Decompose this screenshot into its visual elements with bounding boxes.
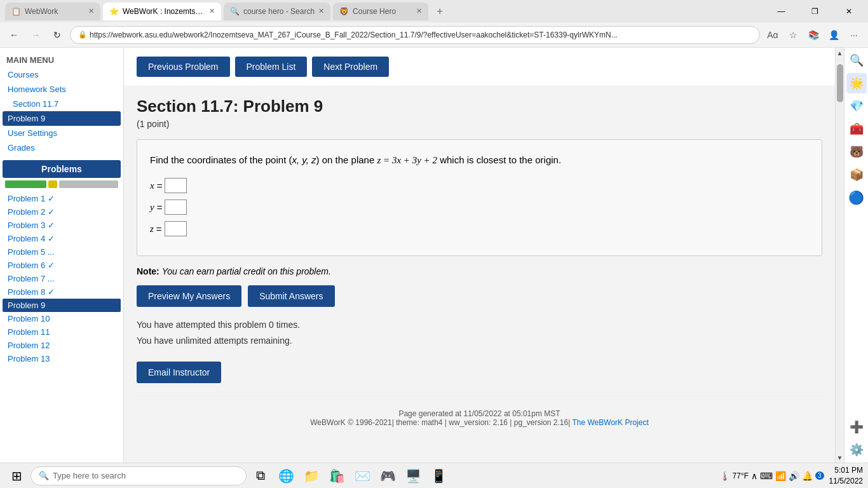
close-tab-webwork2[interactable]: ✕	[209, 7, 215, 15]
sidebar-user-settings[interactable]: User Settings	[0, 126, 123, 140]
scroll-down[interactable]: ▼	[836, 452, 844, 463]
app-icon[interactable]: 📱	[427, 464, 450, 487]
profile-icon[interactable]: 👤	[825, 26, 843, 44]
next-problem-button[interactable]: Next Problem	[312, 57, 389, 77]
sidebar-problem-8[interactable]: Problem 8 ✓	[0, 285, 123, 299]
sidebar-grades[interactable]: Grades	[0, 140, 123, 155]
extra-icon[interactable]: 🖥️	[402, 464, 424, 487]
progress-yellow	[48, 180, 57, 188]
refresh-button[interactable]: ↻	[48, 26, 66, 44]
forward-button[interactable]: →	[27, 26, 44, 44]
back-button[interactable]: ←	[5, 26, 23, 44]
attempt-info: You have attempted this problem 0 times.…	[137, 317, 822, 349]
footer-link[interactable]: The WeBWorK Project	[572, 418, 648, 427]
temperature-icon: 🌡️	[719, 471, 730, 481]
tab-webwork2[interactable]: ⭐ WeBWorK : Inozemtseva_MAT_2... ✕	[103, 3, 221, 20]
previous-problem-button[interactable]: Previous Problem	[137, 57, 230, 77]
volume-icon[interactable]: 🔊	[789, 471, 799, 481]
problem-links: Problem 1 ✓Problem 2 ✓Problem 3 ✓Problem…	[0, 192, 123, 365]
preview-answers-button[interactable]: Preview My Answers	[137, 285, 241, 307]
taskbar-search[interactable]: 🔍 Type here to search	[31, 466, 247, 485]
game-icon[interactable]: 🎮	[376, 464, 399, 487]
scroll-thumb[interactable]	[837, 64, 843, 102]
tab-coursehero2[interactable]: 🦁 Course Hero ✕	[333, 3, 428, 20]
problem-area: Section 11.7: Problem 9 (1 point) Find t…	[124, 86, 835, 450]
sidebar-courses[interactable]: Courses	[0, 67, 123, 82]
sidebar-problem-1[interactable]: Problem 1 ✓	[0, 192, 123, 205]
sidebar-problem-11[interactable]: Problem 11	[0, 325, 123, 339]
scroll-track[interactable]	[836, 58, 844, 452]
keyboard-icon[interactable]: ⌨	[760, 471, 773, 481]
minimize-button[interactable]: —	[767, 0, 796, 22]
problems-box: Problems	[3, 160, 121, 178]
more-icon[interactable]: ···	[845, 26, 863, 44]
edge-favorites-icon[interactable]: 🌟	[846, 73, 867, 93]
var-x-label: x	[150, 180, 154, 191]
edge-search-icon[interactable]: 🔍	[846, 50, 867, 71]
edge-settings-icon[interactable]: ⚙️	[846, 440, 867, 460]
close-tab-coursehero2[interactable]: ✕	[416, 7, 422, 15]
store-icon[interactable]: 🛍️	[325, 464, 348, 487]
clock[interactable]: 5:01 PM 11/5/2022	[829, 465, 863, 487]
maximize-button[interactable]: ❐	[801, 0, 829, 22]
close-button[interactable]: ✕	[834, 0, 863, 22]
close-tab-coursehero[interactable]: ✕	[318, 7, 324, 15]
problem-title: Section 11.7: Problem 9	[137, 97, 822, 116]
search-placeholder: Type here to search	[53, 471, 126, 480]
notification-count: 3	[815, 471, 824, 480]
sidebar-section-11-7[interactable]: Section 11.7	[0, 97, 123, 111]
scroll-up[interactable]: ▲	[836, 48, 844, 58]
url-text: https://webwork.asu.edu/webwork2/Inozemt…	[90, 30, 618, 39]
sidebar-problem-9-active[interactable]: Problem 9	[3, 111, 121, 126]
close-tab-webwork[interactable]: ✕	[88, 7, 94, 15]
chevron-up-icon[interactable]: ∧	[751, 471, 757, 481]
sidebar-problem-3[interactable]: Problem 3 ✓	[0, 219, 123, 232]
input-x[interactable]	[165, 178, 187, 193]
sidebar-problem-13[interactable]: Problem 13	[0, 352, 123, 365]
sidebar-homework-sets[interactable]: Homework Sets	[0, 82, 123, 97]
read-aloud-icon[interactable]: Aα	[764, 26, 782, 44]
task-view-button[interactable]: ⧉	[249, 464, 272, 487]
problem-var-xyz: x, y, z	[292, 154, 316, 165]
new-tab-button[interactable]: +	[431, 3, 449, 20]
tab-coursehero[interactable]: 🔍 course hero - Search ✕	[224, 3, 330, 20]
network-icon[interactable]: 📶	[775, 471, 786, 481]
edge-tools-icon[interactable]: 🧰	[846, 119, 867, 139]
input-z[interactable]	[165, 221, 187, 236]
edge-add-icon[interactable]: ➕	[846, 417, 867, 437]
sidebar-problem-10[interactable]: Problem 10	[0, 312, 123, 325]
temperature-text: 77°F	[733, 471, 749, 480]
scrollbar[interactable]: ▲ ▼	[835, 48, 844, 463]
edge-collections-icon[interactable]: 💎	[846, 96, 867, 116]
edge-edge-icon[interactable]: 🔵	[846, 187, 867, 208]
start-button[interactable]: ⊞	[5, 464, 28, 487]
sidebar-problem-12[interactable]: Problem 12	[0, 339, 123, 352]
sidebar-problem-4[interactable]: Problem 4 ✓	[0, 232, 123, 245]
email-instructor-button[interactable]: Email Instructor	[137, 362, 221, 383]
problem-list-button[interactable]: Problem List	[235, 57, 308, 77]
problem-description: Find the coordinates of the point (x, y,…	[150, 152, 809, 168]
notification-icon[interactable]: 🔔	[802, 471, 813, 481]
favorites-icon[interactable]: ☆	[784, 26, 802, 44]
attempt-count-text: You have attempted this problem 0 times.	[137, 317, 822, 333]
search-icon: 🔍	[39, 471, 49, 480]
collections-icon[interactable]: 📚	[804, 26, 822, 44]
tab-coursehero2-icon: 🦁	[339, 7, 349, 16]
submit-answers-button[interactable]: Submit Answers	[248, 285, 334, 307]
tab-webwork[interactable]: 📋 WebWork ✕	[5, 3, 100, 20]
eq-x: =	[157, 180, 163, 191]
sidebar-problem-9[interactable]: Problem 9	[3, 299, 121, 312]
sidebar-problem-7[interactable]: Problem 7 ...	[0, 272, 123, 285]
mail-icon[interactable]: ✉️	[351, 464, 374, 487]
sidebar-problem-5[interactable]: Problem 5 ...	[0, 245, 123, 259]
input-z-line: z =	[150, 221, 809, 236]
taskbar-right: 🌡️ 77°F ∧ ⌨ 📶 🔊 🔔 3 5:01 PM 11/5/2022	[719, 465, 863, 487]
sidebar-problem-6[interactable]: Problem 6 ✓	[0, 259, 123, 272]
sidebar-problem-2[interactable]: Problem 2 ✓	[0, 205, 123, 219]
input-y[interactable]	[165, 200, 187, 215]
edge-taskbar-icon[interactable]: 🌐	[275, 464, 297, 487]
edge-office-icon[interactable]: 📦	[846, 165, 867, 185]
url-bar[interactable]: 🔒 https://webwork.asu.edu/webwork2/Inoze…	[70, 26, 760, 44]
edge-companion-icon[interactable]: 🐻	[846, 142, 867, 162]
file-explorer-icon[interactable]: 📁	[300, 464, 323, 487]
